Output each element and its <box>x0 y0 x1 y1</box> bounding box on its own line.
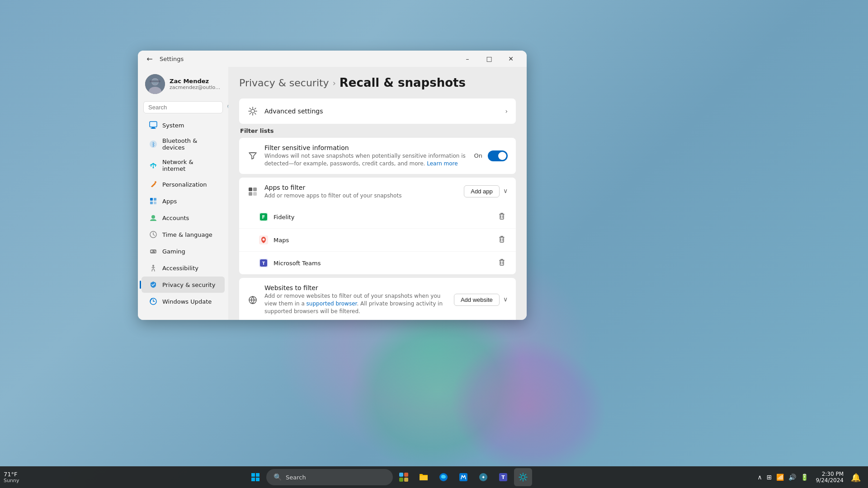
accounts-icon <box>149 213 158 222</box>
delete-teams-button[interactable] <box>496 256 508 270</box>
system-tray: ∧ ⊞ 📶 🔊 🔋 <box>755 472 810 483</box>
svg-rect-27 <box>249 188 252 191</box>
sidebar-item-system[interactable]: System <box>142 117 225 133</box>
sidebar-item-windows-update[interactable]: Windows Update <box>142 293 225 310</box>
filter-icon <box>247 150 258 161</box>
settings-body: Zac Mendez zacmendez@outlook.com 🔍 <box>138 67 527 320</box>
advanced-settings-icon <box>247 106 258 117</box>
sidebar-item-time[interactable]: Time & language <box>142 226 225 243</box>
sidebar-item-network[interactable]: Network & internet <box>142 155 225 176</box>
sidebar-item-label-time: Time & language <box>162 231 212 238</box>
svg-rect-57 <box>256 473 259 477</box>
weather-widget[interactable]: 71°F Sunny <box>0 469 23 485</box>
toggle-label: On <box>474 152 482 159</box>
close-button[interactable]: ✕ <box>500 52 521 66</box>
user-profile[interactable]: Zac Mendez zacmendez@outlook.com <box>138 70 228 101</box>
delete-fidelity-button[interactable] <box>496 210 508 224</box>
filter-sensitive-action: On <box>474 150 508 161</box>
filter-lists-label: Filter lists <box>239 127 516 134</box>
battery-icon[interactable]: 🔋 <box>799 472 810 483</box>
filter-sensitive-toggle[interactable] <box>488 150 508 161</box>
user-name: Zac Mendez <box>170 78 221 84</box>
taskbar-app-teams[interactable]: T <box>494 468 512 486</box>
volume-icon[interactable]: 🔊 <box>787 472 798 483</box>
accessibility-icon <box>149 263 158 272</box>
svg-point-11 <box>155 181 156 183</box>
advanced-settings-card: Advanced settings › <box>239 99 516 124</box>
network-status-icon[interactable]: 📶 <box>774 472 786 483</box>
svg-text:ᛒ: ᛒ <box>152 141 155 148</box>
windows-update-icon <box>149 297 158 306</box>
bluetooth-icon: ᛒ <box>149 140 158 149</box>
add-app-button[interactable]: Add app <box>464 185 499 197</box>
svg-text:T: T <box>501 474 505 480</box>
websites-to-filter-action: Add website ∧ <box>454 294 508 306</box>
svg-rect-6 <box>151 127 155 128</box>
network-icon <box>149 161 158 170</box>
app-teams-row: T Microsoft Teams <box>239 252 516 274</box>
fidelity-app-icon: F <box>259 212 268 221</box>
taskbar-clock[interactable]: 2:30 PM 9/24/2024 <box>812 469 847 485</box>
sidebar-item-apps[interactable]: Apps <box>142 193 225 209</box>
taskbar-app-settings[interactable] <box>514 468 532 486</box>
window-controls: – □ ✕ <box>457 52 521 66</box>
websites-filter-icon <box>247 295 258 305</box>
clock-time: 2:30 PM <box>822 471 844 477</box>
search-input[interactable] <box>148 104 224 111</box>
advanced-settings-text: Advanced settings <box>264 108 499 115</box>
breadcrumb: Privacy & security › Recall & snapshots <box>239 76 516 89</box>
svg-rect-12 <box>150 198 153 201</box>
user-info: Zac Mendez zacmendez@outlook.com <box>170 78 221 90</box>
learn-more-link[interactable]: Learn more <box>427 160 458 167</box>
svg-rect-7 <box>151 128 156 129</box>
sidebar-item-accessibility[interactable]: Accessibility <box>142 260 225 276</box>
svg-rect-63 <box>404 478 408 482</box>
minimize-button[interactable]: – <box>457 52 478 66</box>
teams-app-name: Microsoft Teams <box>274 260 491 267</box>
sidebar-search[interactable]: 🔍 <box>143 101 223 113</box>
sidebar-item-gaming[interactable]: Gaming <box>142 243 225 259</box>
taskbar-search[interactable]: 🔍 Search <box>266 469 393 485</box>
sidebar-item-personalization[interactable]: Personalization <box>142 176 225 192</box>
apps-to-filter-text: Apps to filter Add or remove apps to fil… <box>264 184 458 200</box>
supported-browser-link[interactable]: supported browser <box>307 300 357 307</box>
system-tray-chevron[interactable]: ∧ <box>755 472 764 483</box>
taskbar-center: 🔍 Search <box>23 468 755 486</box>
display-icon[interactable]: ⊞ <box>765 472 774 483</box>
sidebar-item-accounts[interactable]: Accounts <box>142 210 225 226</box>
sidebar-item-privacy[interactable]: Privacy & security <box>142 277 225 293</box>
svg-rect-5 <box>150 122 157 127</box>
maximize-button[interactable]: □ <box>479 52 500 66</box>
sidebar-item-label-accessibility: Accessibility <box>162 265 198 272</box>
websites-to-filter-header[interactable]: Websites to filter Add or remove website… <box>239 278 516 320</box>
back-button[interactable]: ← <box>143 52 156 65</box>
notification-icon[interactable]: 🔔 <box>849 471 863 484</box>
taskbar-app-store[interactable] <box>454 468 472 486</box>
apps-icon <box>149 197 158 206</box>
taskbar-app-explorer[interactable] <box>415 468 433 486</box>
taskbar-app-widgets[interactable] <box>395 468 413 486</box>
window-title: Settings <box>160 56 457 62</box>
apps-to-filter-header[interactable]: Apps to filter Add or remove apps to fil… <box>239 178 516 206</box>
start-button[interactable] <box>246 468 264 486</box>
websites-to-filter-text: Websites to filter Add or remove website… <box>264 284 448 315</box>
apps-to-filter-action: Add app ∧ <box>464 185 508 197</box>
taskbar-app-edge[interactable] <box>434 468 453 486</box>
content-area: Privacy & security › Recall & snapshots <box>228 67 527 320</box>
breadcrumb-parent[interactable]: Privacy & security <box>239 77 329 89</box>
delete-maps-button[interactable] <box>496 233 508 247</box>
weather-description: Sunny <box>4 478 19 483</box>
apps-to-filter-card: Apps to filter Add or remove apps to fil… <box>239 178 516 275</box>
sidebar-item-label-gaming: Gaming <box>162 248 185 255</box>
svg-rect-29 <box>249 192 252 196</box>
advanced-settings-row[interactable]: Advanced settings › <box>239 99 516 124</box>
sidebar-item-label-apps: Apps <box>162 198 177 205</box>
apps-to-filter-title: Apps to filter <box>264 184 458 191</box>
user-email: zacmendez@outlook.com <box>170 84 221 90</box>
sidebar-item-label-accounts: Accounts <box>162 215 189 221</box>
svg-rect-30 <box>253 192 257 196</box>
sidebar-item-bluetooth[interactable]: ᛒ Bluetooth & devices <box>142 134 225 155</box>
taskbar-app-copilot[interactable]: ✦ <box>474 468 492 486</box>
add-website-button[interactable]: Add website <box>454 294 500 306</box>
app-maps-row: Maps <box>239 229 516 252</box>
